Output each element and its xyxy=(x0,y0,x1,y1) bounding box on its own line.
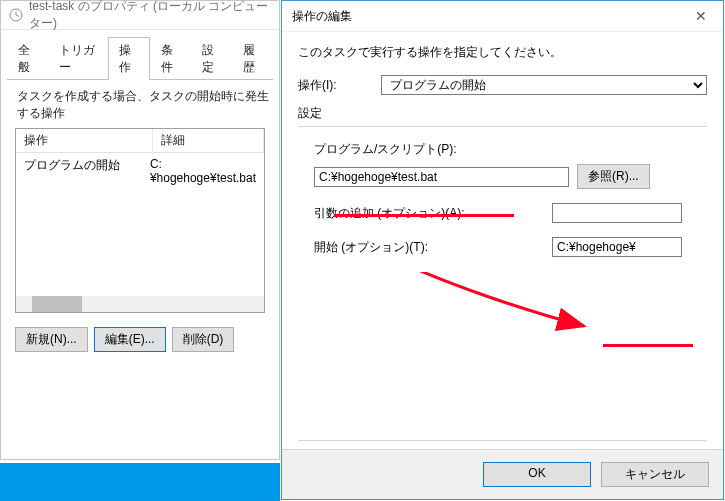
scrollbar-thumb[interactable] xyxy=(32,296,82,312)
annotation-arrow xyxy=(359,272,639,342)
tab-subtitle: タスクを作成する場合、タスクの開始時に発生する操作 xyxy=(1,80,279,128)
horizontal-scrollbar[interactable] xyxy=(16,296,264,312)
window-title: test-task のプロパティ (ローカル コンピューター) xyxy=(29,0,271,32)
window-title: 操作の編集 xyxy=(292,8,679,25)
settings-group: プログラム/スクリプト(P): 参照(R)... 引数の追加 (オプション)(A… xyxy=(298,126,707,441)
taskbar[interactable] xyxy=(0,463,280,501)
dialog-content: このタスクで実行する操作を指定してください。 操作(I): プログラムの開始 設… xyxy=(282,32,723,449)
tab-actions[interactable]: 操作 xyxy=(108,37,149,80)
browse-button[interactable]: 参照(R)... xyxy=(577,164,650,189)
startin-input[interactable] xyxy=(552,237,682,257)
tabs: 全般 トリガー 操作 条件 設定 履歴 xyxy=(7,36,273,80)
cell-action: プログラムの開始 xyxy=(16,155,142,187)
delete-button[interactable]: 削除(D) xyxy=(172,327,235,352)
args-label: 引数の追加 (オプション)(A): xyxy=(314,205,544,222)
table-row[interactable]: プログラムの開始 C:¥hogehoge¥test.bat xyxy=(16,153,264,189)
ok-button[interactable]: OK xyxy=(483,462,591,487)
close-icon: ✕ xyxy=(695,8,707,24)
tab-general[interactable]: 全般 xyxy=(7,37,48,80)
actions-list[interactable]: 操作 詳細 プログラムの開始 C:¥hogehoge¥test.bat xyxy=(15,128,265,313)
svg-line-2 xyxy=(16,15,19,17)
titlebar[interactable]: 操作の編集 ✕ xyxy=(282,1,723,32)
edit-action-window: 操作の編集 ✕ このタスクで実行する操作を指定してください。 操作(I): プロ… xyxy=(281,0,724,500)
action-label: 操作(I): xyxy=(298,77,373,94)
new-button[interactable]: 新規(N)... xyxy=(15,327,88,352)
cell-detail: C:¥hogehoge¥test.bat xyxy=(142,155,264,187)
action-buttons: 新規(N)... 編集(E)... 削除(D) xyxy=(15,327,265,352)
startin-label: 開始 (オプション)(T): xyxy=(314,239,544,256)
clock-icon xyxy=(9,8,23,22)
tab-history[interactable]: 履歴 xyxy=(232,37,273,80)
col-detail[interactable]: 詳細 xyxy=(153,129,264,152)
cancel-button[interactable]: キャンセル xyxy=(601,462,709,487)
titlebar[interactable]: test-task のプロパティ (ローカル コンピューター) xyxy=(1,1,279,30)
task-properties-window: test-task のプロパティ (ローカル コンピューター) 全般 トリガー … xyxy=(0,0,280,460)
action-select[interactable]: プログラムの開始 xyxy=(381,75,707,95)
settings-title: 設定 xyxy=(298,105,707,122)
args-input[interactable] xyxy=(552,203,682,223)
tab-conditions[interactable]: 条件 xyxy=(150,37,191,80)
program-input[interactable] xyxy=(314,167,569,187)
tab-settings[interactable]: 設定 xyxy=(191,37,232,80)
program-label: プログラム/スクリプト(P): xyxy=(314,141,707,158)
list-header: 操作 詳細 xyxy=(16,129,264,153)
edit-button[interactable]: 編集(E)... xyxy=(94,327,166,352)
dialog-footer: OK キャンセル xyxy=(282,449,723,499)
col-action[interactable]: 操作 xyxy=(16,129,153,152)
close-button[interactable]: ✕ xyxy=(679,1,723,31)
annotation-underline xyxy=(603,344,693,347)
instruction-text: このタスクで実行する操作を指定してください。 xyxy=(298,44,707,61)
tab-triggers[interactable]: トリガー xyxy=(48,37,108,80)
